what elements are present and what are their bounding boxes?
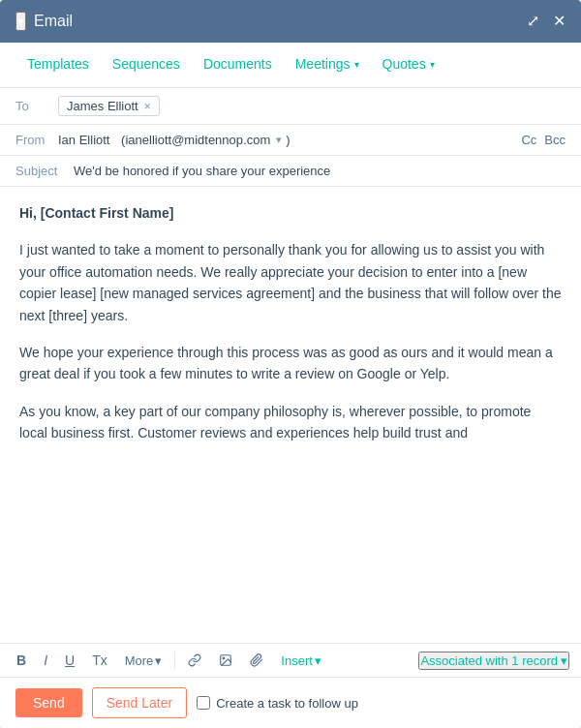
greeting: Hi, [Contact First Name] — [19, 205, 173, 221]
image-button[interactable] — [214, 651, 237, 670]
task-checkbox-label[interactable]: Create a task to follow up — [197, 696, 358, 711]
send-button[interactable]: Send — [15, 688, 82, 717]
from-content: Ian Elliott (ianelliott@midtennop.com ▾ … — [58, 133, 521, 147]
to-content: James Elliott × — [58, 96, 566, 116]
header-right: ⤢ ✕ — [527, 14, 566, 29]
bold-button[interactable]: B — [12, 650, 31, 671]
task-checkbox-input[interactable] — [197, 696, 210, 710]
body-paragraph-3: As you know, a key part of our company p… — [19, 401, 562, 444]
tab-quotes[interactable]: Quotes ▾ — [371, 43, 446, 87]
more-chevron-icon: ▾ — [155, 653, 162, 668]
underline-button[interactable]: U — [60, 650, 79, 671]
task-label: Create a task to follow up — [216, 696, 358, 711]
insert-button[interactable]: Insert ▾ — [276, 651, 326, 671]
to-field: To James Elliott × — [0, 88, 581, 125]
header: ▾ Email ⤢ ✕ — [0, 0, 581, 43]
bcc-button[interactable]: Bcc — [544, 133, 566, 147]
tab-documents[interactable]: Documents — [192, 43, 284, 87]
footer: Send Send Later Create a task to follow … — [0, 677, 581, 728]
insert-chevron-icon: ▾ — [315, 653, 321, 668]
cc-bcc-area: Cc Bcc — [521, 133, 566, 147]
subject-label: Subject — [15, 164, 74, 178]
from-label: From — [15, 133, 58, 147]
recipient-tag: James Elliott × — [58, 96, 160, 116]
send-later-button[interactable]: Send Later — [92, 687, 188, 718]
subject-field: Subject We'd be honored if you share you… — [0, 156, 581, 187]
expand-button[interactable]: ⤢ — [527, 14, 539, 29]
strikethrough-button[interactable]: Tx — [87, 650, 112, 671]
subject-value[interactable]: We'd be honored if you share your experi… — [74, 164, 330, 178]
email-composer: ▾ Email ⤢ ✕ Templates Sequences Document… — [0, 0, 581, 728]
associated-record-button[interactable]: Associated with 1 record ▾ — [418, 652, 569, 670]
more-button[interactable]: More ▾ — [120, 651, 168, 671]
cc-button[interactable]: Cc — [521, 133, 536, 147]
formatting-toolbar: B I U Tx More ▾ Insert ▾ — [0, 643, 581, 677]
tab-sequences[interactable]: Sequences — [101, 43, 192, 87]
nav-tabs: Templates Sequences Documents Meetings ▾… — [0, 43, 581, 88]
from-close-paren: ) — [286, 133, 290, 147]
from-name: Ian Elliott — [58, 133, 109, 147]
email-body[interactable]: Hi, [Contact First Name] I just wanted t… — [0, 187, 581, 643]
tab-meetings[interactable]: Meetings ▾ — [284, 43, 371, 87]
quotes-chevron-icon: ▾ — [430, 59, 435, 70]
email-title: Email — [34, 13, 73, 30]
associated-chevron-icon: ▾ — [561, 653, 567, 668]
from-field: From Ian Elliott (ianelliott@midtennop.c… — [0, 125, 581, 156]
close-button[interactable]: ✕ — [553, 14, 566, 29]
body-paragraph-1: I just wanted to take a moment to person… — [19, 239, 562, 326]
body-paragraph-2: We hope your experience through this pro… — [19, 342, 562, 385]
attach-button[interactable] — [245, 651, 268, 670]
header-left: ▾ Email — [15, 12, 73, 31]
from-email — [113, 133, 117, 147]
recipient-name: James Elliott — [67, 99, 138, 113]
toolbar-divider — [174, 652, 175, 669]
remove-recipient-button[interactable]: × — [144, 101, 151, 112]
from-email-value: (ianelliott@midtennop.com — [121, 133, 270, 147]
meetings-chevron-icon: ▾ — [354, 59, 359, 70]
svg-point-1 — [223, 657, 225, 659]
from-dropdown-icon[interactable]: ▾ — [276, 134, 282, 146]
link-button[interactable] — [183, 651, 206, 670]
tab-templates[interactable]: Templates — [15, 43, 101, 87]
italic-button[interactable]: I — [39, 650, 52, 671]
collapse-button[interactable]: ▾ — [15, 12, 26, 31]
associated-area: Associated with 1 record ▾ — [418, 652, 569, 670]
to-label: To — [15, 99, 58, 113]
